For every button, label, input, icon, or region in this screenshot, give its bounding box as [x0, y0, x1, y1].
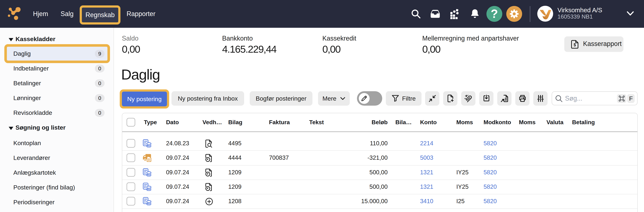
svg-text:$: $	[574, 42, 576, 47]
